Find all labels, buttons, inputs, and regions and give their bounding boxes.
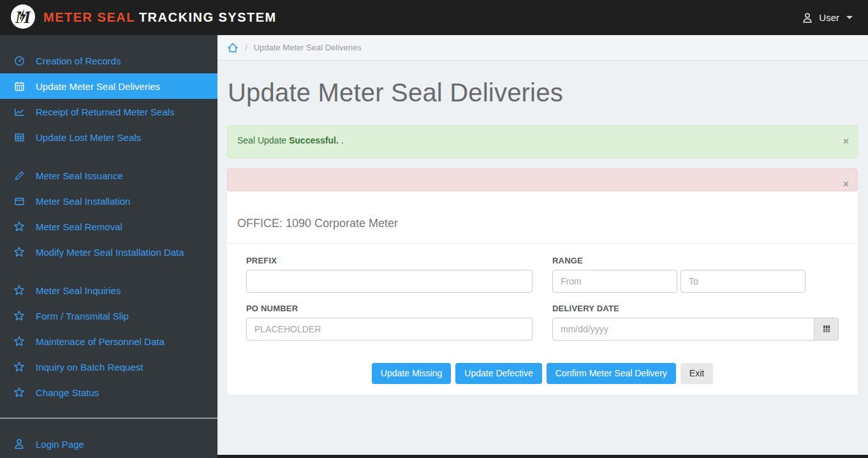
sidebar-item-label: Update Meter Seal Deliveries [36, 81, 160, 92]
star-icon [13, 221, 25, 232]
sidebar-item-label: Meter Seal Issuance [36, 170, 123, 181]
sidebar-item-label: Change Status [36, 387, 99, 398]
calendar-icon [13, 81, 25, 92]
sidebar-item-label: Meter Seal Installation [36, 196, 130, 207]
window-icon [13, 196, 25, 207]
brand-logo-icon: M [10, 4, 36, 32]
brand-title: METER SEALTRACKING SYSTEM [43, 10, 277, 25]
star-icon [13, 284, 25, 296]
update-defective-button[interactable]: Update Defective [455, 363, 541, 384]
exit-button[interactable]: Exit [680, 363, 713, 384]
office-heading: OFFICE: 1090 Corporate Meter [227, 191, 858, 244]
delivery-date-field: DELIVERY DATE [552, 304, 839, 341]
sidebar-item-meter-seal-installation[interactable]: Meter Seal Installation [0, 188, 217, 214]
success-alert: Seal Update Successful. . × [227, 125, 858, 158]
update-missing-button[interactable]: Update Missing [372, 363, 452, 384]
brand[interactable]: M METER SEALTRACKING SYSTEM [10, 4, 277, 32]
po-number-input[interactable] [246, 318, 533, 341]
sidebar-item-maintenace-of-personnel-data[interactable]: Maintenace of Personnel Data [0, 329, 217, 354]
main-content: / Update Meter Seal Deliveries Update Me… [217, 35, 868, 458]
breadcrumb: / Update Meter Seal Deliveries [217, 35, 868, 61]
delivery-date-label: DELIVERY DATE [552, 304, 839, 313]
po-number-field: PO NUMBER [246, 304, 533, 341]
sidebar-item-form-transmital-slip[interactable]: Form / Transmital Slip [0, 303, 217, 329]
sidebar-item-receipt-of-returned-meter-seals[interactable]: Receipt of Returned Meter Seals [0, 99, 217, 124]
range-label: RANGE [552, 256, 839, 265]
sidebar-nav: Creation of Records Update Meter Seal De… [0, 35, 217, 418]
sidebar-item-update-meter-seal-deliveries[interactable]: Update Meter Seal Deliveries [0, 73, 217, 99]
user-icon [13, 438, 25, 450]
app-root: M METER SEALTRACKING SYSTEM User Creatio… [0, 0, 868, 458]
sidebar-item-label: Maintenace of Personnel Data [36, 336, 165, 347]
sidebar-item-login-page[interactable]: Login Page [0, 431, 217, 457]
sidebar-item-creation-of-records[interactable]: Creation of Records [0, 48, 217, 73]
top-header: M METER SEALTRACKING SYSTEM User [0, 0, 868, 35]
star-icon [13, 246, 25, 258]
sidebar-item-label: Creation of Records [36, 55, 121, 66]
sidebar-item-meter-seal-issuance[interactable]: Meter Seal Issuance [0, 163, 217, 188]
range-field: RANGE [552, 256, 839, 293]
user-icon [802, 12, 813, 24]
sidebar-footer-nav: Login Page [0, 431, 217, 457]
success-alert-text: Seal Update [237, 135, 289, 145]
sidebar-item-update-lost-meter-seals[interactable]: Update Lost Meter Seals [0, 124, 217, 150]
home-icon[interactable] [227, 42, 239, 54]
sidebar-item-inquiry-on-batch-request[interactable]: Inquiry on Batch Request [0, 354, 217, 380]
sidebar-item-label: Login Page [36, 439, 84, 450]
confirm-meter-seal-delivery-button[interactable]: Confirm Meter Seal Delivery [547, 363, 676, 384]
brand-primary-text: METER SEAL [43, 10, 135, 24]
range-to-input[interactable] [680, 270, 805, 293]
page-title: Update Meter Seal Deliveries [228, 78, 858, 107]
breadcrumb-current: Update Meter Seal Deliveries [254, 43, 362, 52]
sidebar: Creation of Records Update Meter Seal De… [0, 35, 217, 458]
bottom-strip [217, 455, 868, 458]
brand-secondary-text: TRACKING SYSTEM [139, 10, 277, 24]
prefix-input[interactable] [246, 270, 533, 293]
date-picker-button[interactable] [814, 318, 839, 341]
sidebar-item-label: Meter Seal Removal [36, 221, 122, 232]
range-from-input[interactable] [552, 270, 677, 293]
star-icon [13, 310, 25, 321]
sidebar-item-meter-seal-inquiries[interactable]: Meter Seal Inquiries [0, 277, 217, 303]
star-icon [13, 336, 25, 347]
line-chart-icon [13, 107, 25, 117]
prefix-label: PREFIX [246, 256, 533, 265]
gauge-icon [13, 55, 25, 66]
sidebar-item-label: Form / Transmital Slip [36, 311, 129, 321]
button-row: Update MissingUpdate DefectiveConfirm Me… [246, 363, 839, 384]
success-alert-suffix: . [339, 135, 344, 145]
po-number-label: PO NUMBER [246, 304, 533, 313]
sidebar-item-label: Update Lost Meter Seals [36, 132, 141, 143]
form-card: × OFFICE: 1090 Corporate Meter PREFIX RA… [227, 168, 858, 395]
sidebar-item-change-status[interactable]: Change Status [0, 380, 217, 405]
user-menu[interactable]: User [802, 12, 858, 24]
sidebar-item-label: Receipt of Returned Meter Seals [36, 107, 175, 117]
sidebar-footer: Login Page [0, 418, 217, 458]
sidebar-item-meter-seal-removal[interactable]: Meter Seal Removal [0, 214, 217, 239]
sidebar-item-label: Inquiry on Batch Request [36, 362, 143, 373]
prefix-field: PREFIX [246, 256, 533, 293]
user-menu-label: User [819, 12, 839, 23]
star-icon [13, 387, 25, 398]
sidebar-item-modify-meter-seal-installation-data[interactable]: Modify Meter Seal Installation Data [0, 239, 217, 265]
pencil-icon [13, 170, 25, 181]
calendar-grid-icon [822, 324, 831, 335]
breadcrumb-separator: / [245, 43, 247, 52]
sidebar-item-label: Modify Meter Seal Installation Data [36, 247, 184, 258]
success-alert-bold-text: Successful. [289, 135, 339, 145]
star-icon [13, 361, 25, 373]
error-alert-close-icon[interactable]: × [843, 179, 849, 189]
error-alert: × [227, 168, 858, 191]
delivery-date-input[interactable] [552, 318, 814, 341]
success-alert-close-icon[interactable]: × [843, 137, 849, 147]
sidebar-item-label: Meter Seal Inquiries [36, 285, 121, 296]
table-icon [13, 132, 25, 143]
form-body: PREFIX RANGE PO NUM [227, 244, 858, 395]
caret-down-icon [846, 16, 853, 19]
